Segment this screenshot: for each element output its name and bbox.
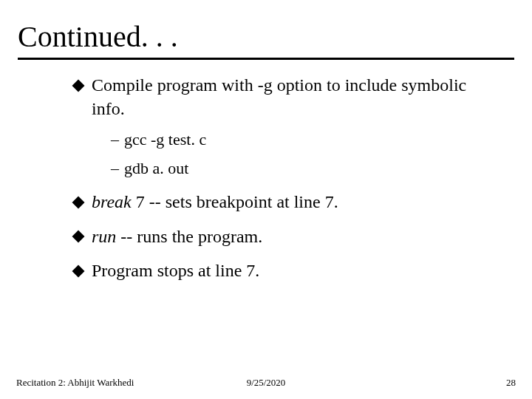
command-name: break [92,192,132,211]
title-block: Continued. . . [0,0,532,53]
bullet-break: break 7 -- sets breakpoint at line 7. [74,190,488,214]
footer-date: 9/25/2020 [0,377,532,389]
bullet-text: Compile program with -g option to includ… [92,75,466,118]
bullet-compile: Compile program with -g option to includ… [74,73,488,180]
diamond-icon [72,79,85,92]
footer-page-number: 28 [506,377,516,389]
bullet-text: -- runs the program. [116,227,262,246]
slide-title: Continued. . . [18,21,532,53]
bullet-text: Program stops at line 7. [92,261,259,280]
bullet-program-stops: Program stops at line 7. [74,259,488,282]
slide: Continued. . . Compile program with -g o… [0,0,532,399]
bullet-text: 7 -- sets breakpoint at line 7. [132,192,338,211]
subbullet-text: gcc -g test. c [124,130,206,149]
dash-icon: – [111,157,119,180]
diamond-icon [72,231,85,243]
slide-body: Compile program with -g option to includ… [0,60,532,282]
diamond-icon [72,196,85,208]
subbullet-gcc: – gcc -g test. c [111,129,488,151]
diamond-icon [72,265,85,277]
dash-icon: – [111,129,119,151]
subbullet-gdb: – gdb a. out [111,157,488,180]
bullet-run: run -- runs the program. [74,225,488,248]
command-name: run [92,227,116,246]
subbullet-text: gdb a. out [124,159,188,177]
